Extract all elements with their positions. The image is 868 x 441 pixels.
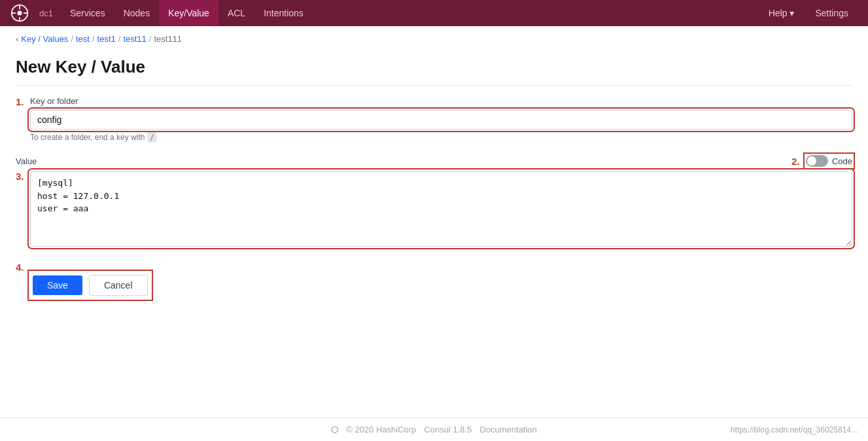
step4-label: 4. [16,262,24,273]
value-textarea-wrapper: 3. [mysql] host = 127.0.0.1 user = aaa [16,171,852,249]
step1-label: 1. [16,96,24,107]
step2-label: 2. [791,156,800,167]
step3-label: 3. [16,171,24,182]
breadcrumb-test111: test111 [154,34,182,44]
key-hint-code: / [147,132,157,143]
nav-items: Services Nodes Key/Value ACL Intentions [61,0,759,26]
breadcrumb-keyvalues[interactable]: Key / Values [21,34,68,44]
nav-right: Help ▾ Settings [759,0,858,26]
value-label: Value [16,156,37,166]
code-toggle-wrapper: 2. Code [791,155,852,167]
key-label: Key or folder [30,96,852,106]
nav-keyvalue[interactable]: Key/Value [159,0,218,26]
breadcrumb-test11[interactable]: test11 [123,34,146,44]
nav-services[interactable]: Services [61,0,114,26]
nav-settings[interactable]: Settings [806,0,858,26]
breadcrumb-test1[interactable]: test1 [97,34,116,44]
breadcrumb: ‹ Key / Values / test / test1 / test11 /… [0,26,868,52]
key-hint: To create a folder, end a key with / [30,133,852,142]
main-content: New Key / Value 1. Key or folder To crea… [0,52,868,314]
button-row-wrapper: 4. Save Cancel [16,262,852,298]
value-header: Value 2. Code [16,155,852,167]
breadcrumb-back-arrow: ‹ [16,34,18,44]
navbar: dc1 Services Nodes Key/Value ACL Intenti… [0,0,868,26]
nav-intentions[interactable]: Intentions [254,0,313,26]
svg-point-1 [18,11,22,16]
value-section: Value 2. Code 3. [mysql] host = 127.0.0.… [16,155,852,249]
save-button[interactable]: Save [33,275,82,295]
cancel-button[interactable]: Cancel [89,275,148,296]
nav-acl[interactable]: ACL [218,0,254,26]
brand-logo[interactable] [10,4,29,22]
breadcrumb-test[interactable]: test [76,34,90,44]
nav-help[interactable]: Help ▾ [759,0,804,26]
key-input[interactable] [30,110,852,130]
code-toggle-switch[interactable] [806,155,828,167]
datacenter-label[interactable]: dc1 [34,9,58,18]
page-title: New Key / Value [16,57,852,86]
button-row: Save Cancel [30,272,150,298]
code-toggle-label: Code [832,156,852,166]
code-toggle[interactable]: Code [806,155,852,167]
value-textarea[interactable]: [mysql] host = 127.0.0.1 user = aaa [30,171,852,247]
nav-nodes[interactable]: Nodes [114,0,159,26]
key-section: 1. Key or folder To create a folder, end… [16,96,852,142]
